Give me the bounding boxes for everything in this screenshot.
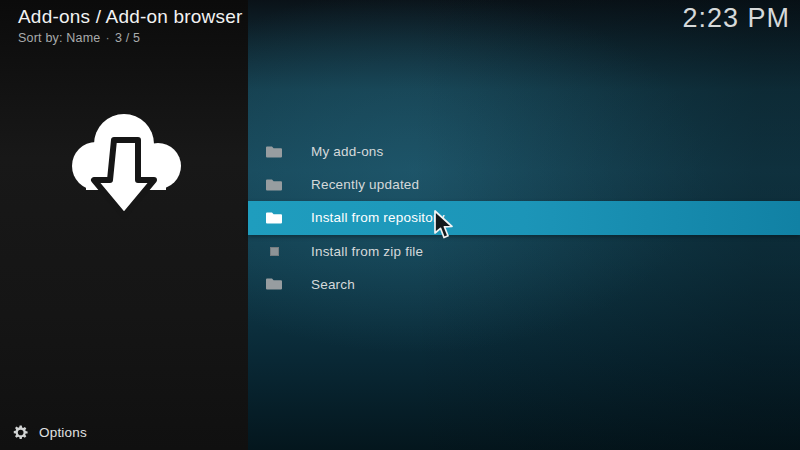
page-title: Add-ons / Add-on browser: [18, 6, 242, 28]
folder-icon: [265, 178, 283, 192]
menu-item-install-from-zip-file[interactable]: Install from zip file: [248, 235, 800, 268]
options-button[interactable]: Options: [12, 424, 87, 441]
sort-status: Sort by: Name·3 / 5: [18, 31, 242, 45]
folder-icon: [265, 145, 283, 159]
left-panel: Add-ons / Add-on browser Sort by: Name·3…: [0, 0, 248, 450]
item-position: 3 / 5: [115, 31, 140, 45]
main-panel: My add-ons Recently updated Install from…: [248, 0, 800, 450]
menu-item-label: Search: [311, 277, 355, 292]
folder-icon: [265, 277, 283, 291]
addon-browser-screen: Add-ons / Add-on browser Sort by: Name·3…: [0, 0, 800, 450]
menu-item-label: My add-ons: [311, 144, 384, 159]
header: Add-ons / Add-on browser Sort by: Name·3…: [18, 6, 242, 45]
menu-item-my-addons[interactable]: My add-ons: [248, 135, 800, 168]
folder-icon: [265, 211, 283, 225]
sort-by-label: Sort by: Name: [18, 31, 101, 45]
addon-menu: My add-ons Recently updated Install from…: [248, 135, 800, 301]
menu-item-label: Recently updated: [311, 177, 419, 192]
gear-icon: [12, 424, 29, 441]
options-label: Options: [39, 425, 87, 440]
menu-item-label: Install from zip file: [311, 244, 423, 259]
menu-item-label: Install from repository: [311, 210, 445, 225]
file-icon: [265, 244, 283, 258]
menu-item-install-from-repository[interactable]: Install from repository: [248, 201, 800, 234]
cloud-download-icon: [62, 104, 186, 224]
clock: 2:23 PM: [682, 3, 790, 34]
menu-item-recently-updated[interactable]: Recently updated: [248, 168, 800, 201]
menu-item-search[interactable]: Search: [248, 268, 800, 301]
separator-dot: ·: [106, 31, 110, 45]
